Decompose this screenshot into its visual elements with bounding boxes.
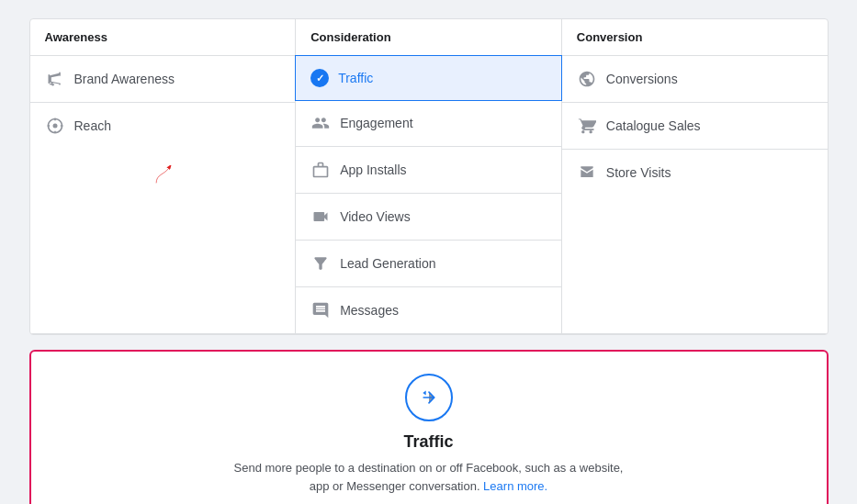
app-installs-label: App Installs <box>340 162 406 177</box>
reach-icon <box>45 116 65 136</box>
engagement-icon <box>310 113 331 133</box>
messages-icon <box>310 300 331 320</box>
cart-icon <box>577 116 597 136</box>
conversions-label: Conversions <box>606 72 678 86</box>
store-visits-item[interactable]: Store Visits <box>562 150 828 196</box>
video-views-label: Video Views <box>340 209 411 224</box>
lead-generation-label: Lead Generation <box>340 256 435 271</box>
brand-awareness-item[interactable]: Brand Awareness <box>30 56 296 103</box>
globe-icon <box>577 69 597 89</box>
columns-container: Awareness Brand Awareness Reach Consider… <box>30 19 828 334</box>
engagement-item[interactable]: Engagement <box>296 100 561 147</box>
catalogue-sales-label: Catalogue Sales <box>606 118 701 133</box>
reach-label: Reach <box>74 118 111 133</box>
svg-point-0 <box>52 124 57 129</box>
conversion-column: Conversion Conversions Catalogue Sales <box>562 19 828 333</box>
campaign-objective-card: Awareness Brand Awareness Reach Consider… <box>29 18 829 335</box>
consideration-header: Consideration <box>296 19 561 56</box>
lead-generation-icon <box>310 253 331 274</box>
messages-item[interactable]: Messages <box>296 287 561 333</box>
app-installs-item[interactable]: App Installs <box>296 147 561 194</box>
check-icon <box>310 69 329 87</box>
store-visits-label: Store Visits <box>606 165 671 180</box>
brand-awareness-label: Brand Awareness <box>74 72 175 86</box>
traffic-circle-icon <box>405 374 453 421</box>
description-box: Traffic Send more people to a destinatio… <box>29 350 829 504</box>
outer-container: Awareness Brand Awareness Reach Consider… <box>0 0 857 504</box>
description-text: Send more people to a destination on or … <box>234 459 624 495</box>
video-icon <box>310 207 331 227</box>
awareness-header: Awareness <box>30 19 296 56</box>
messages-label: Messages <box>340 303 399 318</box>
store-icon <box>577 162 597 183</box>
consideration-column: Consideration Traffic Engagement Ap <box>296 19 562 333</box>
learn-more-link[interactable]: Learn more. <box>483 479 547 493</box>
awareness-column: Awareness Brand Awareness Reach <box>30 19 297 333</box>
reach-item[interactable]: Reach <box>30 103 296 149</box>
description-title: Traffic <box>403 432 453 452</box>
video-views-item[interactable]: Video Views <box>296 194 561 241</box>
catalogue-sales-item[interactable]: Catalogue Sales <box>562 103 828 150</box>
conversion-header: Conversion <box>562 19 828 56</box>
lead-generation-item[interactable]: Lead Generation <box>296 241 561 287</box>
engagement-label: Engagement <box>340 116 412 130</box>
conversions-item[interactable]: Conversions <box>562 56 828 103</box>
traffic-label: Traffic <box>338 71 373 85</box>
megaphone-icon <box>45 69 65 89</box>
app-installs-icon <box>310 160 331 180</box>
traffic-item[interactable]: Traffic <box>295 55 562 101</box>
